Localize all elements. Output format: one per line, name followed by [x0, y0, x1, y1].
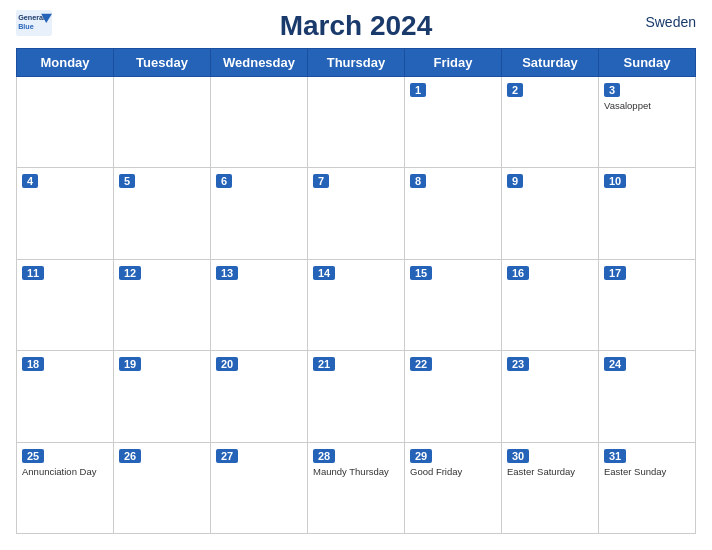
day-number: 4 — [22, 174, 38, 188]
day-number: 1 — [410, 83, 426, 97]
day-number: 28 — [313, 449, 335, 463]
table-row: 23 — [502, 351, 599, 442]
calendar-week-row: 123Vasaloppet — [17, 77, 696, 168]
day-number: 12 — [119, 266, 141, 280]
day-number: 31 — [604, 449, 626, 463]
col-tuesday: Tuesday — [114, 49, 211, 77]
table-row: 12 — [114, 259, 211, 350]
day-number: 19 — [119, 357, 141, 371]
table-row: 4 — [17, 168, 114, 259]
logo: General Blue — [16, 10, 52, 37]
table-row: 26 — [114, 442, 211, 533]
day-number: 29 — [410, 449, 432, 463]
table-row — [308, 77, 405, 168]
day-number: 16 — [507, 266, 529, 280]
table-row: 17 — [599, 259, 696, 350]
table-row: 9 — [502, 168, 599, 259]
table-row: 28Maundy Thursday — [308, 442, 405, 533]
event-label: Easter Sunday — [604, 466, 690, 478]
country-label: Sweden — [645, 14, 696, 30]
table-row: 22 — [405, 351, 502, 442]
event-label: Easter Saturday — [507, 466, 593, 478]
col-monday: Monday — [17, 49, 114, 77]
col-saturday: Saturday — [502, 49, 599, 77]
table-row: 3Vasaloppet — [599, 77, 696, 168]
day-number: 18 — [22, 357, 44, 371]
event-label: Vasaloppet — [604, 100, 690, 112]
table-row: 15 — [405, 259, 502, 350]
logo-icon: General Blue — [16, 10, 52, 36]
day-number: 8 — [410, 174, 426, 188]
col-sunday: Sunday — [599, 49, 696, 77]
day-number: 5 — [119, 174, 135, 188]
calendar-week-row: 25Annunciation Day262728Maundy Thursday2… — [17, 442, 696, 533]
day-number: 26 — [119, 449, 141, 463]
table-row: 5 — [114, 168, 211, 259]
event-label: Good Friday — [410, 466, 496, 478]
calendar-week-row: 45678910 — [17, 168, 696, 259]
day-number: 15 — [410, 266, 432, 280]
table-row: 18 — [17, 351, 114, 442]
table-row: 2 — [502, 77, 599, 168]
day-number: 27 — [216, 449, 238, 463]
event-label: Maundy Thursday — [313, 466, 399, 478]
table-row: 24 — [599, 351, 696, 442]
calendar-header: General Blue March 2024 Sweden — [16, 10, 696, 42]
table-row — [17, 77, 114, 168]
table-row: 6 — [211, 168, 308, 259]
day-number: 14 — [313, 266, 335, 280]
day-number: 3 — [604, 83, 620, 97]
day-number: 7 — [313, 174, 329, 188]
day-number: 9 — [507, 174, 523, 188]
table-row — [114, 77, 211, 168]
table-row: 19 — [114, 351, 211, 442]
table-row: 13 — [211, 259, 308, 350]
day-number: 25 — [22, 449, 44, 463]
table-row: 20 — [211, 351, 308, 442]
table-row: 29Good Friday — [405, 442, 502, 533]
table-row — [211, 77, 308, 168]
day-number: 11 — [22, 266, 44, 280]
day-number: 20 — [216, 357, 238, 371]
col-friday: Friday — [405, 49, 502, 77]
weekday-header-row: Monday Tuesday Wednesday Thursday Friday… — [17, 49, 696, 77]
table-row: 25Annunciation Day — [17, 442, 114, 533]
table-row: 1 — [405, 77, 502, 168]
day-number: 2 — [507, 83, 523, 97]
calendar-title: March 2024 — [280, 10, 433, 42]
table-row: 31Easter Sunday — [599, 442, 696, 533]
table-row: 30Easter Saturday — [502, 442, 599, 533]
calendar-week-row: 11121314151617 — [17, 259, 696, 350]
day-number: 21 — [313, 357, 335, 371]
col-wednesday: Wednesday — [211, 49, 308, 77]
day-number: 13 — [216, 266, 238, 280]
table-row: 8 — [405, 168, 502, 259]
table-row: 16 — [502, 259, 599, 350]
svg-text:General: General — [18, 13, 45, 22]
event-label: Annunciation Day — [22, 466, 108, 478]
table-row: 27 — [211, 442, 308, 533]
svg-text:Blue: Blue — [18, 22, 34, 31]
table-row: 10 — [599, 168, 696, 259]
day-number: 24 — [604, 357, 626, 371]
day-number: 23 — [507, 357, 529, 371]
calendar-table: Monday Tuesday Wednesday Thursday Friday… — [16, 48, 696, 534]
table-row: 21 — [308, 351, 405, 442]
table-row: 7 — [308, 168, 405, 259]
day-number: 17 — [604, 266, 626, 280]
col-thursday: Thursday — [308, 49, 405, 77]
calendar-week-row: 18192021222324 — [17, 351, 696, 442]
day-number: 10 — [604, 174, 626, 188]
day-number: 22 — [410, 357, 432, 371]
table-row: 14 — [308, 259, 405, 350]
day-number: 6 — [216, 174, 232, 188]
table-row: 11 — [17, 259, 114, 350]
day-number: 30 — [507, 449, 529, 463]
